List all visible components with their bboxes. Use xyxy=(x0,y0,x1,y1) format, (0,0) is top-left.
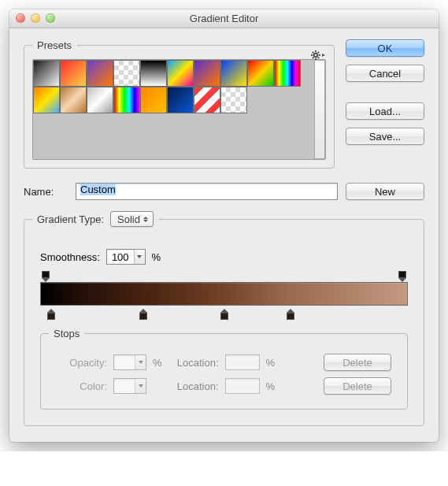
color-location-label: Location: xyxy=(168,380,219,392)
window-content: Presets xyxy=(9,28,439,442)
close-window-button[interactable] xyxy=(16,13,25,23)
minimize-window-button[interactable] xyxy=(31,13,40,23)
gear-icon xyxy=(311,50,325,60)
opacity-input xyxy=(113,354,146,370)
stops-legend: Stops xyxy=(49,328,84,339)
load-button[interactable]: Load... xyxy=(346,102,424,120)
preset-swatch[interactable] xyxy=(140,87,167,113)
opacity-label: Opacity: xyxy=(57,357,107,369)
preset-swatch[interactable] xyxy=(87,87,113,113)
zoom-window-button[interactable] xyxy=(46,13,55,23)
svg-rect-4 xyxy=(319,54,320,56)
cancel-button[interactable]: Cancel xyxy=(346,65,424,82)
preset-swatch[interactable] xyxy=(220,60,247,87)
chevron-down-icon xyxy=(134,250,145,264)
color-stop[interactable] xyxy=(46,309,56,320)
opacity-location-label: Location: xyxy=(168,357,219,369)
opacity-stop[interactable] xyxy=(398,271,407,282)
svg-marker-10 xyxy=(322,54,325,57)
preset-swatches-area xyxy=(32,59,326,160)
opacity-location-input xyxy=(225,354,260,370)
preset-swatch[interactable] xyxy=(167,60,194,87)
preset-swatch[interactable] xyxy=(60,87,87,113)
svg-rect-3 xyxy=(311,54,313,56)
svg-rect-8 xyxy=(317,51,320,54)
side-buttons: OK Cancel Load... Save... xyxy=(346,39,424,169)
preset-swatch[interactable] xyxy=(194,87,220,113)
smoothness-label: Smoothness: xyxy=(40,251,100,263)
traffic-light-buttons xyxy=(16,13,55,23)
new-button[interactable]: New xyxy=(346,183,424,200)
svg-rect-7 xyxy=(312,57,314,59)
gradient-type-label: Gradient Type: xyxy=(37,213,104,225)
save-button[interactable]: Save... xyxy=(346,128,424,145)
color-input xyxy=(113,378,146,394)
ok-button[interactable]: OK xyxy=(346,39,424,57)
preset-swatch[interactable] xyxy=(194,60,220,87)
percent-symbol: % xyxy=(152,251,161,263)
preset-swatch[interactable] xyxy=(113,87,140,113)
opacity-stop[interactable] xyxy=(41,271,50,282)
gradient-bar[interactable] xyxy=(40,282,408,306)
preset-swatch[interactable] xyxy=(33,60,60,87)
svg-rect-1 xyxy=(315,50,317,52)
gradient-editor-area[interactable] xyxy=(40,271,408,320)
color-label: Color: xyxy=(57,380,107,392)
presets-legend: Presets xyxy=(32,39,76,51)
name-label: Name: xyxy=(24,186,68,198)
color-location-input xyxy=(225,378,260,394)
presets-group: Presets xyxy=(24,39,335,169)
gradient-editor-window: Gradient Editor Presets xyxy=(9,9,439,442)
smoothness-input[interactable]: 100 xyxy=(106,249,146,265)
preset-swatch[interactable] xyxy=(274,60,301,87)
stops-group: Stops Opacity: % Location: % Delete xyxy=(40,328,408,410)
preset-swatch[interactable] xyxy=(113,60,140,87)
preset-swatch[interactable] xyxy=(220,87,247,113)
window-title: Gradient Editor xyxy=(9,13,439,24)
preset-swatch[interactable] xyxy=(60,60,87,87)
gradient-settings-group: Gradient Type: Solid Smoothness: 100 % xyxy=(24,211,424,426)
presets-menu-button[interactable] xyxy=(310,49,326,61)
svg-rect-5 xyxy=(312,51,314,54)
preset-swatch[interactable] xyxy=(87,60,113,87)
opacity-delete-button: Delete xyxy=(324,354,391,371)
preset-swatches xyxy=(33,60,314,159)
titlebar: Gradient Editor xyxy=(9,9,439,28)
svg-rect-6 xyxy=(317,57,320,59)
color-delete-button: Delete xyxy=(324,377,391,395)
color-stop[interactable] xyxy=(139,309,148,320)
svg-point-9 xyxy=(315,54,317,56)
svg-rect-2 xyxy=(315,58,317,60)
preset-swatch[interactable] xyxy=(140,60,167,87)
color-stop[interactable] xyxy=(220,309,229,320)
preset-swatch[interactable] xyxy=(167,87,194,113)
updown-icon xyxy=(143,215,150,223)
presets-scrollbar[interactable] xyxy=(314,60,325,159)
name-input[interactable]: Custom xyxy=(76,183,338,200)
preset-swatch[interactable] xyxy=(247,60,274,87)
color-stop[interactable] xyxy=(286,309,295,320)
preset-swatch[interactable] xyxy=(33,87,60,113)
gradient-type-select[interactable]: Solid xyxy=(110,211,154,227)
